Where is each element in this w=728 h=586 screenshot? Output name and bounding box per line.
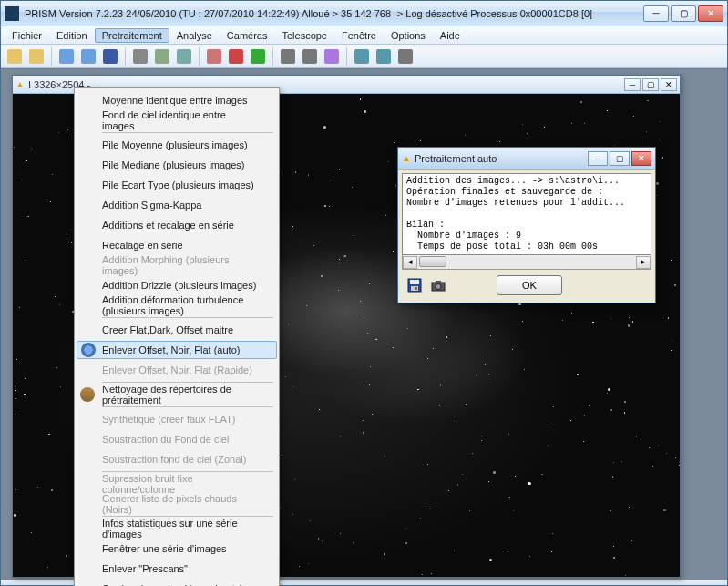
- svg-rect-1: [410, 280, 419, 284]
- menu-pretraitement[interactable]: Pretraitement: [95, 28, 169, 43]
- tile-button[interactable]: [78, 46, 98, 67]
- print-icon: [133, 49, 148, 64]
- menu-item-11[interactable]: Addition déformation turbulence (plusieu…: [77, 295, 277, 315]
- menu-item-9: Addition Morphing (plusieurs images): [77, 255, 277, 275]
- broom-icon: [80, 387, 95, 402]
- dialog-titlebar[interactable]: ▲ Pretraitement auto ─ ▢ ✕: [398, 148, 655, 170]
- menu-item-label: Creer Flat,Dark, Offset maitre: [102, 324, 233, 335]
- dialog-maximize-button[interactable]: ▢: [610, 151, 630, 166]
- copy-button[interactable]: [152, 46, 172, 67]
- print-button[interactable]: [130, 46, 150, 67]
- copy-icon: [155, 49, 169, 64]
- ok-button[interactable]: OK: [497, 275, 562, 295]
- crop-icon: [398, 49, 413, 64]
- menu-item-17[interactable]: Nettoyage des répertoires de prétraiteme…: [77, 385, 277, 405]
- manage-button[interactable]: [174, 46, 194, 67]
- menu-item-8[interactable]: Recalage en série: [77, 235, 277, 255]
- levels-a-button[interactable]: [278, 46, 298, 67]
- scroll-thumb[interactable]: [419, 256, 446, 267]
- save-button[interactable]: [100, 46, 120, 67]
- levels-a-icon: [281, 49, 295, 64]
- folder-button[interactable]: [26, 46, 46, 67]
- minimize-button[interactable]: ─: [643, 5, 669, 22]
- close-button[interactable]: ✕: [698, 5, 723, 22]
- image-minimize-button[interactable]: ─: [624, 78, 641, 91]
- svg-rect-5: [436, 281, 441, 283]
- main-window: PRISM Version 7.2.23 24/05/2010 (TU : 27…: [0, 0, 728, 586]
- menu-item-label: Moyenne identique entre images: [102, 95, 248, 106]
- menu-aide[interactable]: Aide: [433, 28, 467, 43]
- dialog-scrollbar[interactable]: ◄ ►: [402, 255, 651, 270]
- dialog-minimize-button[interactable]: ─: [588, 151, 608, 166]
- save-log-button[interactable]: [405, 276, 424, 294]
- menu-item-10[interactable]: Addition Drizzle (plusieurs images): [77, 275, 277, 295]
- image-close-button[interactable]: ✕: [661, 78, 677, 91]
- menu-item-label: Enlever Offset, Noir, Flat (auto): [102, 344, 240, 355]
- scroll-left-button[interactable]: ◄: [403, 256, 417, 269]
- menu-analyse[interactable]: Analyse: [169, 28, 220, 43]
- histogram-icon: [251, 49, 265, 64]
- menu-fenêtre[interactable]: Fenêtre: [334, 28, 384, 43]
- menu-item-0[interactable]: Moyenne identique entre images: [77, 90, 277, 110]
- menu-item-28[interactable]: Enlever "Prescans": [77, 559, 277, 579]
- menu-item-26[interactable]: Infos statistiques sur une série d'image…: [77, 519, 277, 539]
- zoom-in-button[interactable]: [374, 46, 394, 67]
- window-title: PRISM Version 7.2.23 24/05/2010 (TU : 27…: [25, 8, 643, 19]
- menu-item-15: Enlever Offset, Noir, Flat (Rapide): [77, 360, 277, 380]
- scroll-right-button[interactable]: ►: [636, 256, 651, 269]
- zoom-out-button[interactable]: [352, 46, 372, 67]
- save-icon: [103, 49, 118, 64]
- menu-item-label: Recalage en série: [102, 240, 183, 251]
- menu-telescope[interactable]: Telescope: [274, 28, 334, 43]
- dialog-close-button[interactable]: ✕: [631, 151, 651, 166]
- menu-item-label: Infos statistiques sur une série d'image…: [102, 518, 259, 540]
- dialog-title: Pretraitement auto: [415, 153, 586, 164]
- image-maximize-button[interactable]: ▢: [642, 78, 659, 91]
- scroll-track[interactable]: [417, 256, 636, 269]
- menu-item-label: Fond de ciel identique entre images: [102, 109, 259, 131]
- window-buttons: ─ ▢ ✕: [643, 5, 723, 22]
- folder-open-button[interactable]: [5, 46, 25, 67]
- menu-item-label: Supression bruit fixe colonne/colonne: [102, 473, 259, 495]
- dialog-log[interactable]: Addition des images... -> s:\astro\i... …: [402, 173, 651, 255]
- menu-item-3[interactable]: Pile Moyenne (plusieurs images): [77, 135, 277, 155]
- menu-item-23: Supression bruit fixe colonne/colonne: [77, 474, 277, 494]
- menu-item-4[interactable]: Pile Mediane (plusieurs images): [77, 155, 277, 175]
- cascade-icon: [59, 49, 74, 64]
- menu-item-label: Nettoyage des répertoires de prétraiteme…: [102, 384, 259, 406]
- crop-button[interactable]: [395, 46, 415, 67]
- menu-item-1[interactable]: Fond de ciel identique entre images: [77, 110, 277, 130]
- menu-item-14[interactable]: Enlever Offset, Noir, Flat (auto): [77, 341, 277, 359]
- wand-icon: [324, 49, 339, 64]
- menu-options[interactable]: Options: [384, 28, 433, 43]
- camera-icon: [431, 278, 446, 293]
- triangle-icon: ▲: [402, 153, 411, 163]
- levels-b-button[interactable]: [300, 46, 320, 67]
- gear-icon: [81, 343, 96, 357]
- menu-caméras[interactable]: Caméras: [220, 28, 275, 43]
- zoom-in-icon: [376, 49, 391, 64]
- colors-icon: [229, 49, 243, 64]
- cascade-button[interactable]: [56, 46, 77, 67]
- histogram-button[interactable]: [248, 46, 268, 67]
- maximize-button[interactable]: ▢: [671, 5, 696, 22]
- menu-item-label: Pile Ecart Type (plusieurs images): [102, 180, 254, 190]
- menu-item-label: Enlever Offset, Noir, Flat (Rapide): [102, 365, 252, 375]
- palette-icon: [207, 49, 221, 64]
- palette-button[interactable]: [204, 46, 224, 67]
- tile-icon: [81, 49, 96, 64]
- menu-item-label: Addition Sigma-Kappa: [102, 200, 201, 211]
- menu-fichier[interactable]: Fichier: [5, 28, 49, 43]
- camera-log-button[interactable]: [429, 276, 447, 294]
- menu-item-5[interactable]: Pile Ecart Type (plusieurs images): [77, 175, 277, 195]
- menu-item-27[interactable]: Fenêtrer une série d'images: [77, 539, 277, 559]
- menu-item-6[interactable]: Addition Sigma-Kappa: [77, 195, 277, 215]
- menu-item-7[interactable]: Additions et recalage en série: [77, 215, 277, 235]
- menu-item-13[interactable]: Creer Flat,Dark, Offset maitre: [77, 320, 277, 340]
- wand-button[interactable]: [322, 46, 342, 67]
- menu-item-29[interactable]: Corriger les gains (4 quadrants): [77, 579, 277, 586]
- menu-item-label: Addition Drizzle (plusieurs images): [102, 280, 256, 291]
- menu-edition[interactable]: Edition: [49, 28, 95, 43]
- menu-item-label: Additions et recalage en série: [102, 220, 234, 231]
- colors-button[interactable]: [226, 46, 246, 67]
